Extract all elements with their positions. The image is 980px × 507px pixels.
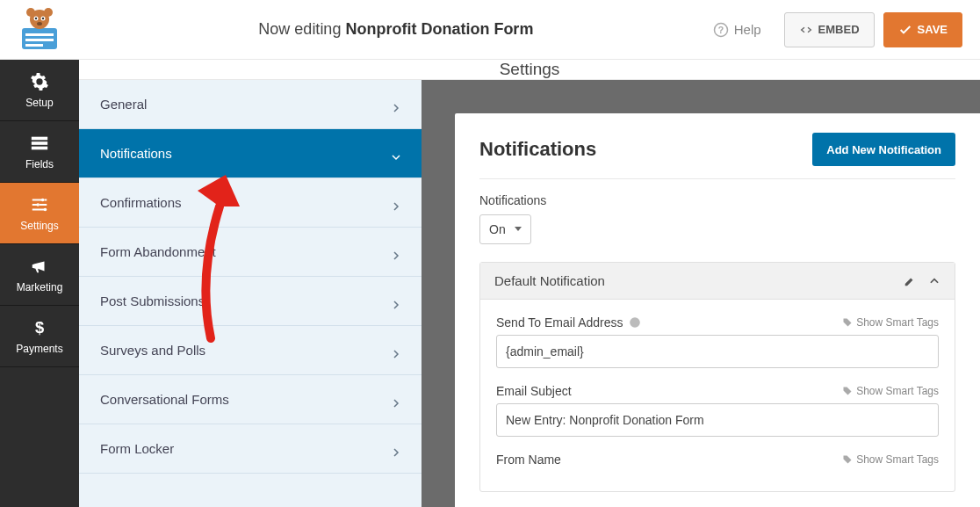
chevron-down-icon [392, 149, 400, 158]
gear-icon [30, 72, 49, 91]
help-link[interactable]: ? Help [713, 22, 761, 38]
sidebar-item-confirmations[interactable]: Confirmations [79, 178, 422, 228]
chevron-right-icon [392, 445, 400, 453]
smart-tags-link[interactable]: Show Smart Tags [842, 316, 939, 329]
sidebar-item-conversational[interactable]: Conversational Forms [79, 375, 422, 424]
nav-setup[interactable]: Setup [0, 60, 79, 121]
dollar-icon: $ [30, 318, 49, 337]
svg-rect-3 [25, 44, 43, 47]
notifications-toggle[interactable]: On [479, 214, 531, 244]
embed-button[interactable]: EMBED [784, 12, 875, 47]
send-to-input[interactable] [496, 335, 939, 368]
svg-rect-16 [32, 146, 47, 149]
save-button[interactable]: SAVE [883, 12, 962, 47]
panel-title: Notifications [479, 138, 596, 161]
nav-payments[interactable]: $ Payments [0, 306, 79, 367]
svg-point-5 [26, 8, 35, 17]
svg-point-6 [44, 8, 53, 17]
svg-text:?: ? [718, 24, 724, 34]
app-logo [0, 7, 79, 53]
notification-card: Default Notification Send To Email Addre… [479, 262, 955, 492]
settings-sidebar: General Notifications Confirmations Form… [79, 80, 422, 507]
check-icon [898, 23, 912, 37]
svg-point-21 [630, 317, 640, 328]
chevron-right-icon [392, 297, 400, 306]
subject-label: Email Subject [496, 384, 572, 398]
svg-rect-2 [25, 39, 54, 41]
nav-fields[interactable]: Fields [0, 121, 79, 183]
nav-marketing[interactable]: Marketing [0, 244, 79, 306]
sidebar-item-notifications[interactable]: Notifications [79, 129, 422, 178]
svg-rect-15 [32, 141, 47, 145]
left-nav: Setup Fields Settings Marketing $ Paymen… [0, 60, 79, 507]
sidebar-item-form-abandonment[interactable]: Form Abandonment [79, 228, 422, 277]
sidebar-item-post-submissions[interactable]: Post Submissions [79, 277, 422, 326]
svg-text:$: $ [35, 318, 44, 337]
svg-point-10 [42, 17, 44, 18]
tag-icon [842, 317, 853, 328]
smart-tags-link[interactable]: Show Smart Tags [842, 453, 939, 466]
chevron-up-icon[interactable] [928, 275, 940, 287]
bullhorn-icon [30, 257, 49, 276]
subject-input[interactable] [496, 403, 939, 437]
from-name-label: From Name [496, 453, 561, 467]
send-to-label: Send To Email Address [496, 315, 641, 330]
help-icon[interactable] [629, 316, 641, 329]
chevron-right-icon [392, 100, 400, 109]
pencil-icon[interactable] [904, 275, 916, 287]
svg-point-9 [35, 17, 37, 18]
sidebar-item-surveys-polls[interactable]: Surveys and Polls [79, 326, 422, 375]
help-icon: ? [713, 22, 729, 38]
svg-point-18 [36, 203, 40, 206]
smart-tags-link[interactable]: Show Smart Tags [842, 385, 939, 397]
chevron-right-icon [392, 248, 400, 257]
settings-panel: Notifications Add New Notification Notif… [455, 113, 980, 507]
notification-card-title: Default Notification [494, 273, 605, 288]
sidebar-item-general[interactable]: General [79, 80, 422, 129]
svg-point-11 [37, 22, 42, 25]
add-notification-button[interactable]: Add New Notification [812, 133, 955, 166]
page-title: Now editing Nonprofit Donation Form [79, 20, 713, 39]
chevron-right-icon [392, 395, 400, 404]
svg-rect-14 [32, 136, 47, 140]
notifications-toggle-label: Notifications [479, 193, 955, 207]
svg-point-17 [41, 198, 45, 201]
tag-icon [842, 454, 853, 465]
content-header: Settings [79, 60, 980, 80]
sliders-icon [30, 195, 49, 214]
code-icon [799, 23, 813, 37]
chevron-right-icon [392, 199, 400, 207]
sidebar-item-form-locker[interactable]: Form Locker [79, 424, 422, 474]
fields-icon [30, 134, 49, 153]
svg-point-19 [44, 207, 47, 211]
chevron-right-icon [392, 346, 400, 355]
tag-icon [842, 386, 853, 396]
nav-settings[interactable]: Settings [0, 183, 79, 244]
svg-rect-1 [25, 33, 54, 36]
